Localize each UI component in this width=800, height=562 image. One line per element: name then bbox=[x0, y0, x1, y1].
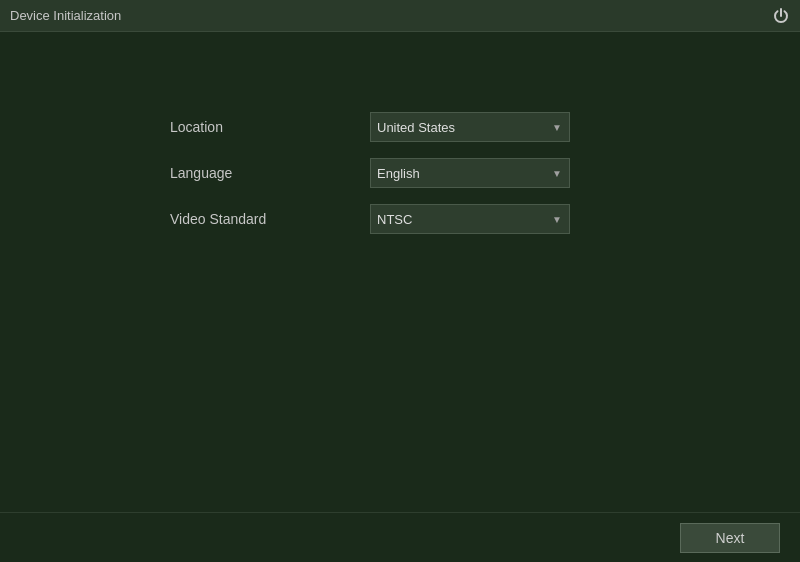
bottom-bar: Next bbox=[0, 512, 800, 562]
language-row: Language English Spanish French German J… bbox=[170, 158, 630, 188]
language-label: Language bbox=[170, 165, 370, 181]
next-button[interactable]: Next bbox=[680, 523, 780, 553]
location-select[interactable]: United States Canada United Kingdom Aust… bbox=[370, 112, 570, 142]
window-title: Device Initialization bbox=[10, 8, 121, 23]
location-row: Location United States Canada United Kin… bbox=[170, 112, 630, 142]
video-standard-select-wrapper: NTSC PAL SECAM bbox=[370, 204, 570, 234]
title-bar: Device Initialization bbox=[0, 0, 800, 32]
video-standard-select[interactable]: NTSC PAL SECAM bbox=[370, 204, 570, 234]
location-label: Location bbox=[170, 119, 370, 135]
location-select-wrapper: United States Canada United Kingdom Aust… bbox=[370, 112, 570, 142]
language-select-wrapper: English Spanish French German Japanese C… bbox=[370, 158, 570, 188]
power-icon[interactable] bbox=[772, 7, 790, 25]
form-container: Location United States Canada United Kin… bbox=[170, 112, 630, 234]
main-content: Location United States Canada United Kin… bbox=[0, 32, 800, 512]
video-standard-row: Video Standard NTSC PAL SECAM bbox=[170, 204, 630, 234]
video-standard-label: Video Standard bbox=[170, 211, 370, 227]
language-select[interactable]: English Spanish French German Japanese C… bbox=[370, 158, 570, 188]
